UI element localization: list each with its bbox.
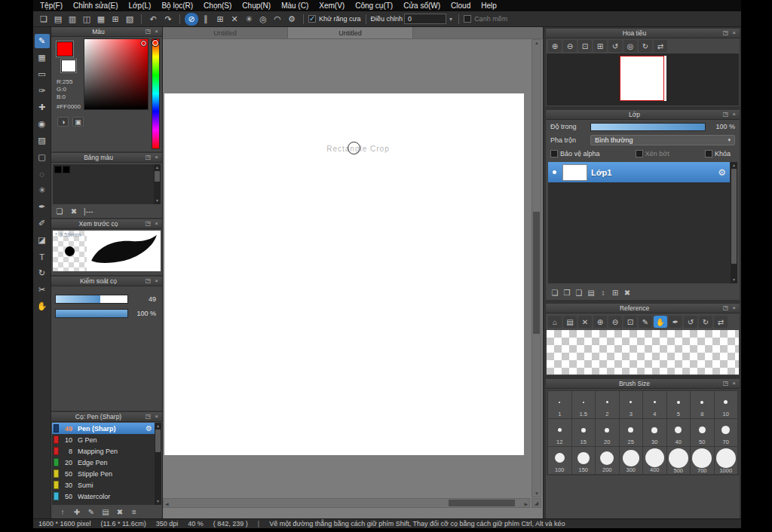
softedge-checkbox[interactable]: Cạnh mềm — [464, 15, 507, 23]
brush-size-cell[interactable]: 20 — [596, 419, 619, 446]
add-brush-icon[interactable]: ✚ — [72, 506, 81, 517]
brush-size-cell[interactable]: 40 — [667, 419, 691, 446]
ref-eyedropper-icon[interactable]: ✒ — [669, 316, 682, 328]
brush-size-cell[interactable]: 10 — [715, 391, 738, 418]
scroll-down-icon[interactable]: ▼ — [535, 491, 539, 496]
scrollbar-thumb[interactable] — [449, 500, 515, 506]
scroll-down-icon[interactable]: ▼ — [155, 499, 161, 504]
scroll-down-icon[interactable]: ▼ — [731, 277, 737, 283]
menu-item[interactable]: Chỉnh sửa(E) — [68, 0, 124, 11]
prev-brush-icon[interactable]: ↑ — [58, 506, 67, 517]
select-tool-icon[interactable]: ▢ — [35, 150, 50, 164]
navigator-canvas-thumbnail[interactable] — [620, 56, 666, 101]
detach-panel-icon[interactable]: ◳ — [722, 110, 729, 119]
parallel-snap-icon[interactable]: ∥ — [199, 13, 213, 26]
scroll-left-icon[interactable]: ◀ — [165, 501, 169, 506]
grid-view-icon[interactable]: ⊞ — [109, 13, 122, 26]
nav-zoom-in-icon[interactable]: ⊕ — [548, 40, 562, 52]
close-panel-icon[interactable]: × — [731, 110, 737, 119]
radial-snap-icon[interactable]: ✳ — [242, 13, 256, 26]
gradient-tool-icon[interactable]: ▨ — [35, 133, 50, 148]
detach-panel-icon[interactable]: ◳ — [145, 27, 152, 36]
nav-rotate-ccw-icon[interactable]: ↺ — [608, 40, 622, 52]
canvas-vertical-scrollbar[interactable]: ▲ ▼ — [532, 39, 541, 497]
brush-tool-icon[interactable]: ✎ — [35, 34, 50, 48]
close-panel-icon[interactable]: × — [731, 379, 737, 388]
brush-size-cell[interactable]: 700 — [691, 447, 714, 474]
brush-size-cell[interactable]: 150 — [572, 447, 596, 474]
color-wheel-icon[interactable]: ◑ — [57, 117, 69, 127]
snap-off-icon[interactable]: ⊘ — [185, 13, 198, 26]
circle-snap-icon[interactable]: ◎ — [256, 13, 270, 26]
delete-swatch-icon[interactable]: ✖ — [69, 206, 78, 216]
ref-zoom-in-icon[interactable]: ⊕ — [593, 316, 607, 328]
clipping-checkbox[interactable]: Xén bớt — [636, 150, 669, 157]
brush-item[interactable]: 20Edge Pen — [52, 457, 155, 468]
scroll-up-icon[interactable]: ▲ — [535, 41, 539, 45]
alpha-protect-checkbox[interactable]: Bảo vệ alpha — [550, 150, 600, 157]
brush-item[interactable]: 30Sumi — [52, 479, 155, 491]
brush-size-cell[interactable]: 2 — [596, 391, 619, 418]
menu-item[interactable]: Cửa sổ(W) — [398, 0, 446, 11]
eraser-tool-icon[interactable]: ◪ — [35, 233, 50, 247]
layer-opacity-slider[interactable] — [590, 123, 706, 131]
magic-wand-tool-icon[interactable]: ✳ — [35, 183, 50, 197]
ref-rotate-ccw-icon[interactable]: ↺ — [684, 316, 697, 328]
menu-item[interactable]: Màu (C) — [276, 0, 314, 11]
delete-brush-icon[interactable]: ✖ — [115, 506, 124, 517]
brush-size-cell[interactable]: 4 — [643, 391, 666, 418]
brush-size-slider[interactable] — [55, 295, 128, 304]
document-tab[interactable]: Untitled — [288, 27, 413, 38]
brush-settings-gear-icon[interactable]: ⚙ — [146, 424, 152, 433]
brush-size-cell[interactable]: 5 — [667, 391, 691, 418]
menu-item[interactable]: Cloud — [446, 0, 476, 11]
detach-panel-icon[interactable]: ◳ — [722, 29, 729, 38]
add-swatch-icon[interactable]: ❏ — [55, 206, 64, 216]
scrollbar-thumb[interactable] — [533, 212, 540, 334]
close-panel-icon[interactable]: × — [153, 153, 160, 162]
brush-folder-icon[interactable]: ▤ — [101, 506, 110, 517]
hand-tool-icon[interactable]: ✋ — [35, 299, 50, 313]
detach-panel-icon[interactable]: ◳ — [145, 153, 152, 162]
brush-size-cell[interactable]: 25 — [620, 419, 643, 446]
brush-size-cell[interactable]: 1.5 — [572, 391, 596, 418]
hue-marker[interactable] — [152, 40, 158, 46]
softedge-checkbox-box[interactable] — [464, 15, 471, 23]
document-tab[interactable]: Untitled — [163, 27, 288, 38]
scroll-up-icon[interactable]: ▲ — [731, 163, 737, 168]
curve-snap-icon[interactable]: ◠ — [271, 13, 284, 26]
divide-tool-icon[interactable]: ✂ — [35, 283, 50, 297]
brush-size-cell[interactable]: 30 — [643, 419, 666, 446]
brush-item[interactable]: 50Stipple Pen — [52, 468, 155, 479]
new-canvas-icon[interactable]: ❏ — [37, 13, 51, 26]
brush-size-cell[interactable]: 300 — [620, 447, 643, 474]
brush-size-cell[interactable]: 1000 — [715, 447, 738, 474]
menu-item[interactable]: Xem(V) — [314, 0, 350, 11]
transfer-layer-icon[interactable]: ❑ — [574, 287, 584, 298]
nav-zoom-fit-icon[interactable]: ⊡ — [578, 40, 592, 52]
nav-zoom-actual-icon[interactable]: ⊞ — [593, 40, 607, 52]
add-layer-folder-icon[interactable]: ▤ — [587, 287, 596, 298]
layer-blend-select[interactable]: Bình thường ▾ — [590, 135, 735, 145]
edit-brush-icon[interactable]: ✎ — [87, 506, 96, 517]
redo-icon[interactable]: ↷ — [161, 13, 175, 26]
navigator-preview[interactable] — [547, 54, 739, 105]
palette-swatch[interactable] — [54, 166, 62, 173]
layer-list-scrollbar[interactable]: ▲ ▼ — [731, 162, 737, 283]
merge-layer-icon[interactable]: ⊞ — [611, 287, 620, 298]
ref-flip-icon[interactable]: ⇄ — [714, 316, 728, 328]
snap-settings-icon[interactable]: ⚙ — [285, 13, 299, 26]
comment-icon[interactable]: ◫ — [80, 13, 93, 26]
ref-pencil-icon[interactable]: ✎ — [639, 316, 652, 328]
color-compare-icon[interactable]: ▣ — [72, 117, 84, 127]
sv-marker[interactable] — [141, 41, 146, 46]
rectangle-tool-icon[interactable]: ▭ — [35, 67, 50, 81]
palette-swatch[interactable] — [63, 166, 70, 173]
bucket-tool-icon[interactable]: ◉ — [35, 117, 50, 131]
menu-item[interactable]: Help — [476, 0, 502, 11]
lasso-tool-icon[interactable]: ◌ — [35, 167, 50, 181]
brush-item[interactable]: 8Mapping Pen — [52, 445, 155, 457]
layer-settings-gear-icon[interactable]: ⚙ — [718, 167, 726, 178]
detach-panel-icon[interactable]: ◳ — [145, 412, 152, 421]
scrollbar-thumb[interactable] — [731, 169, 737, 264]
